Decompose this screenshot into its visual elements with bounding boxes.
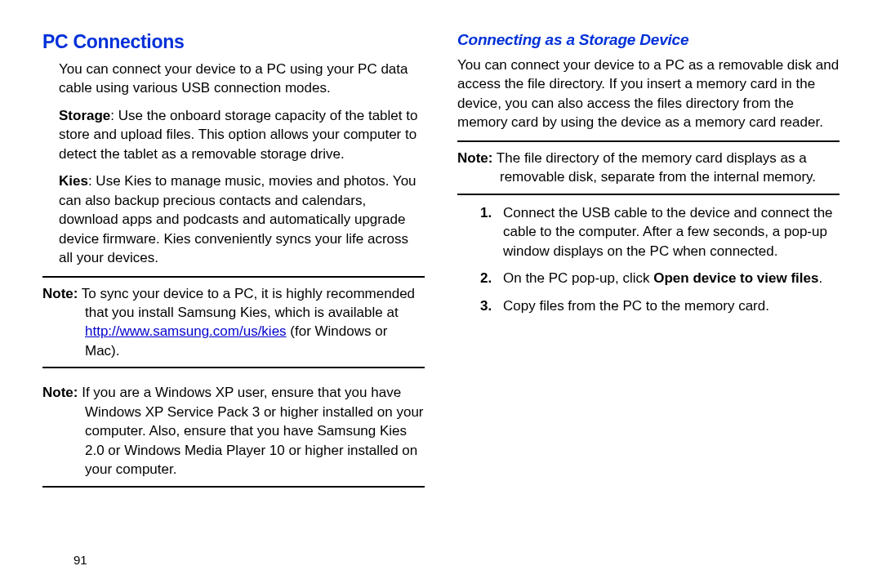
note-right-text: The file directory of the memory card di… xyxy=(492,150,816,185)
note-memory-card-text: Note: The file directory of the memory c… xyxy=(457,149,840,187)
storage-text: : Use the onboard storage capacity of th… xyxy=(59,108,417,162)
right-column: Connecting as a Storage Device You can c… xyxy=(457,31,840,492)
kies-label: Kies xyxy=(59,173,88,189)
note-label: Note: xyxy=(42,385,78,400)
note-kies-text: Note: To sync your device to a PC, it is… xyxy=(42,284,425,361)
page-number: 91 xyxy=(74,553,87,567)
step2-text-a: On the PC pop-up, click xyxy=(503,270,653,286)
section-heading-pc-connections: PC Connections xyxy=(42,31,425,53)
note1-text-a: To sync your device to a PC, it is highl… xyxy=(78,286,415,320)
note-label: Note: xyxy=(42,286,78,301)
step2-text-b: . xyxy=(818,270,822,286)
steps-list: Connect the USB cable to the device and … xyxy=(480,203,840,315)
storage-paragraph: Storage: Use the onboard storage capacit… xyxy=(59,106,425,163)
kies-paragraph: Kies: Use Kies to manage music, movies a… xyxy=(59,172,425,267)
note-block-memory-card: Note: The file directory of the memory c… xyxy=(457,140,840,195)
kies-link[interactable]: http://www.samsung.com/us/kies xyxy=(85,323,287,339)
note-block-kies: Note: To sync your device to a PC, it is… xyxy=(42,276,425,369)
intro-paragraph: You can connect your device to a PC usin… xyxy=(59,60,425,98)
step-2: On the PC pop-up, click Open device to v… xyxy=(480,269,840,287)
two-column-layout: PC Connections You can connect your devi… xyxy=(42,31,840,492)
note2-text: If you are a Windows XP user, ensure tha… xyxy=(78,385,423,477)
storage-label: Storage xyxy=(59,108,110,123)
note-label: Note: xyxy=(457,150,492,166)
step-1: Connect the USB cable to the device and … xyxy=(480,203,840,261)
kies-text: : Use Kies to manage music, movies and p… xyxy=(59,173,416,265)
note-block-xp: Note: If you are a Windows XP user, ensu… xyxy=(42,376,425,487)
right-intro-paragraph: You can connect your device to a PC as a… xyxy=(457,56,840,132)
step-3: Copy files from the PC to the memory car… xyxy=(480,296,840,315)
subheading-storage-device: Connecting as a Storage Device xyxy=(457,31,840,49)
step2-bold: Open device to view files xyxy=(653,270,818,286)
left-column: PC Connections You can connect your devi… xyxy=(42,31,425,492)
note-xp-text: Note: If you are a Windows XP user, ensu… xyxy=(42,383,425,479)
